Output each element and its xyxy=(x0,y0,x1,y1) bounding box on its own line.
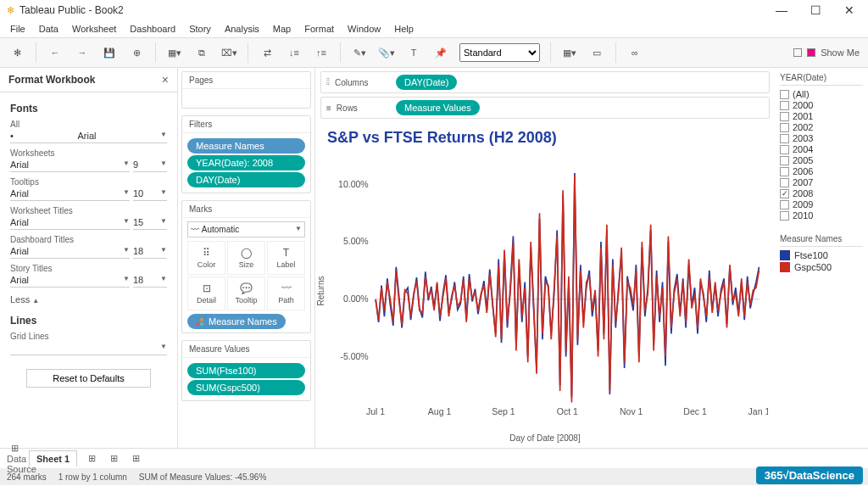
svg-text:-5.00%: -5.00% xyxy=(340,351,368,361)
menu-format[interactable]: Format xyxy=(301,22,337,36)
font-size-select[interactable]: 15▼ xyxy=(133,215,167,230)
rows-pill-measure-values[interactable]: Measure Values xyxy=(396,100,480,115)
menu-analysis[interactable]: Analysis xyxy=(221,22,263,36)
menu-window[interactable]: Window xyxy=(344,22,384,36)
svg-text:Sep 1: Sep 1 xyxy=(492,406,515,416)
year-checkbox-2004[interactable]: 2004 xyxy=(780,144,863,154)
reset-defaults-button[interactable]: Reset to Defaults xyxy=(26,369,150,388)
show-me-button[interactable]: Show Me xyxy=(793,47,860,58)
filter-pill[interactable]: Measure Names xyxy=(187,138,305,154)
mark-tooltip[interactable]: 💬Tooltip xyxy=(227,277,265,310)
year-checkbox-2000[interactable]: 2000 xyxy=(780,100,863,110)
columns-pill-day-date[interactable]: DAY(Date) xyxy=(396,75,457,90)
format-title: Format Workbook xyxy=(8,74,95,86)
filter-pill[interactable]: YEAR(Date): 2008 xyxy=(187,155,305,170)
filter-pill[interactable]: DAY(Date) xyxy=(187,172,305,187)
year-checkbox-(All)[interactable]: (All) xyxy=(780,89,863,99)
mark-size[interactable]: ◯Size xyxy=(227,241,265,275)
mark-label[interactable]: TLabel xyxy=(267,241,305,275)
year-checkbox-2010[interactable]: 2010 xyxy=(780,210,863,221)
fit-dropdown[interactable]: Standard xyxy=(459,43,540,62)
new-worksheet-button[interactable]: ▦▾ xyxy=(166,44,183,61)
measure-value-pill[interactable]: SUM(Gspc500) xyxy=(187,380,305,395)
status-marks: 264 marks xyxy=(7,472,47,482)
year-checkbox-2006[interactable]: 2006 xyxy=(780,166,863,176)
filters-card: Filters Measure NamesYEAR(Date): 2008DAY… xyxy=(181,115,311,193)
font-size-select[interactable]: 10▼ xyxy=(133,187,167,201)
sheet1-tab[interactable]: Sheet 1 xyxy=(29,450,77,466)
menu-map[interactable]: Map xyxy=(270,22,294,36)
svg-text:Dec 1: Dec 1 xyxy=(683,406,707,416)
menu-bar: File Data Worksheet Dashboard Story Anal… xyxy=(0,20,868,37)
year-checkbox-2001[interactable]: 2001 xyxy=(780,111,863,121)
mark-path[interactable]: 〰Path xyxy=(267,277,305,310)
menu-story[interactable]: Story xyxy=(186,22,214,36)
year-checkbox-2003[interactable]: 2003 xyxy=(780,133,863,143)
undo-button[interactable]: ← xyxy=(47,44,64,61)
gridlines-select[interactable]: ▼ xyxy=(10,341,167,355)
year-checkbox-2008[interactable]: ✓2008 xyxy=(780,188,863,198)
clear-button[interactable]: ⌧▾ xyxy=(220,44,237,61)
sort-asc-button[interactable]: ↓≡ xyxy=(286,44,303,61)
duplicate-button[interactable]: ⧉ xyxy=(193,44,210,61)
new-story-tab[interactable]: ⊞ xyxy=(128,453,143,464)
font-family-select[interactable]: Arial▼ xyxy=(10,273,130,288)
right-column: YEAR(Date) (All)200020012002200320042005… xyxy=(775,68,868,448)
font-family-select[interactable]: Arial▼ xyxy=(10,158,130,172)
menu-file[interactable]: File xyxy=(7,22,29,36)
chart-canvas[interactable]: -5.00%0.00%5.00%10.00%Jul 1Aug 1Sep 1Oct… xyxy=(322,150,768,432)
tableau-logo-icon: ✻ xyxy=(7,5,14,16)
presentation-button[interactable]: ▭ xyxy=(588,44,605,61)
close-button[interactable]: ✕ xyxy=(844,5,854,15)
sort-desc-button[interactable]: ↑≡ xyxy=(313,44,330,61)
toolbar: ✻ ← → 💾 ⊕ ▦▾ ⧉ ⌧▾ ⇄ ↓≡ ↑≡ ✎▾ 📎▾ T 📌 Stan… xyxy=(0,37,868,68)
rows-shelf[interactable]: ≡ Rows Measure Values xyxy=(320,97,770,119)
data-source-tab[interactable]: ⊞ Data Source xyxy=(7,443,22,474)
maximize-button[interactable]: ☐ xyxy=(810,5,821,15)
marks-card: Marks 〰 Automatic ▼ ⠿Color◯SizeTLabel⊡De… xyxy=(181,200,311,333)
group-button[interactable]: 📎▾ xyxy=(378,44,395,61)
year-checkbox-2005[interactable]: 2005 xyxy=(780,155,863,165)
new-worksheet-tab[interactable]: ⊞ xyxy=(84,453,99,464)
measure-value-pill[interactable]: SUM(Ftse100) xyxy=(187,363,305,378)
menu-worksheet[interactable]: Worksheet xyxy=(69,22,120,36)
svg-text:Oct 1: Oct 1 xyxy=(557,406,578,416)
cards-button[interactable]: ▦▾ xyxy=(561,44,578,61)
share-button[interactable]: ∞ xyxy=(626,44,643,61)
new-dashboard-tab[interactable]: ⊞ xyxy=(106,453,121,464)
swap-button[interactable]: ⇄ xyxy=(259,44,275,61)
tableau-icon[interactable]: ✻ xyxy=(8,44,25,61)
color-measure-names-pill[interactable]: Measure Names xyxy=(187,314,286,329)
save-button[interactable]: 💾 xyxy=(101,44,118,61)
font-size-select[interactable]: 18▼ xyxy=(133,244,167,259)
font-family-select[interactable]: Arial▼ xyxy=(10,244,130,259)
title-bar: ✻ Tableau Public - Book2 — ☐ ✕ xyxy=(0,0,868,20)
all-font-select[interactable]: • Arial▼ xyxy=(10,129,167,143)
status-sum: SUM of Measure Values: -45.96% xyxy=(139,472,266,482)
font-size-select[interactable]: 9▼ xyxy=(133,158,167,172)
font-size-select[interactable]: 18▼ xyxy=(133,273,167,288)
labels-button[interactable]: T xyxy=(405,44,422,61)
font-family-select[interactable]: Arial▼ xyxy=(10,187,130,201)
pin-button[interactable]: 📌 xyxy=(432,44,449,61)
redo-button[interactable]: → xyxy=(74,44,91,61)
fonts-less[interactable]: Less ▲ xyxy=(10,294,167,304)
year-checkbox-2007[interactable]: 2007 xyxy=(780,177,863,187)
mark-color[interactable]: ⠿Color xyxy=(187,241,225,275)
year-checkbox-2002[interactable]: 2002 xyxy=(780,122,863,132)
chart-title: S&P vs FTSE Returns (H2 2008) xyxy=(322,126,768,150)
menu-dashboard[interactable]: Dashboard xyxy=(126,22,179,36)
legend-item: Ftse100 xyxy=(780,250,863,260)
font-family-select[interactable]: Arial▼ xyxy=(10,215,130,230)
menu-data[interactable]: Data xyxy=(36,22,62,36)
highlight-button[interactable]: ✎▾ xyxy=(351,44,368,61)
minimize-button[interactable]: — xyxy=(776,5,787,15)
new-data-button[interactable]: ⊕ xyxy=(128,44,145,61)
year-checkbox-2009[interactable]: 2009 xyxy=(780,199,863,209)
columns-shelf[interactable]: ⦙⦙ Columns DAY(Date) xyxy=(320,71,770,93)
sheet-tabs: ⊞ Data Source Sheet 1 ⊞ ⊞ ⊞ xyxy=(0,448,868,468)
format-close-button[interactable]: × xyxy=(162,73,169,87)
mark-detail[interactable]: ⊡Detail xyxy=(187,277,225,310)
mark-type-select[interactable]: 〰 Automatic ▼ xyxy=(187,221,305,237)
menu-help[interactable]: Help xyxy=(391,22,417,36)
